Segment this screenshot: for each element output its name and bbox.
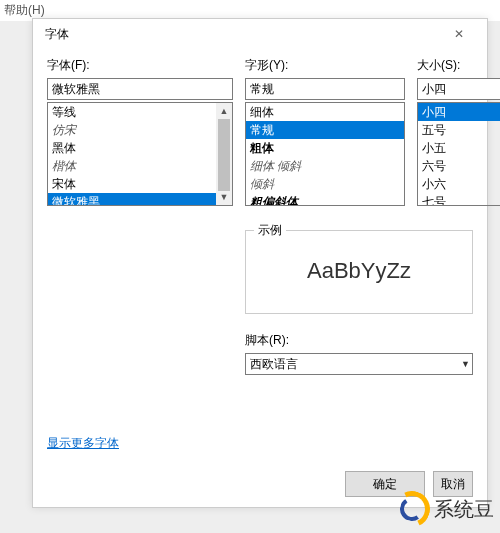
size-item[interactable]: 小五 <box>418 139 500 157</box>
style-item[interactable]: 细体 <box>246 103 404 121</box>
dialog-title: 字体 <box>45 26 69 43</box>
scroll-down-icon[interactable]: ▼ <box>216 189 232 205</box>
style-listbox[interactable]: 细体 常规 粗体 细体 倾斜 倾斜 粗偏斜体 <box>245 102 405 206</box>
size-input[interactable] <box>417 78 500 100</box>
style-item-selected[interactable]: 常规 <box>246 121 404 139</box>
script-combo[interactable]: 西欧语言 ▼ <box>245 353 473 375</box>
size-item[interactable]: 七号 <box>418 193 500 205</box>
font-input[interactable] <box>47 78 233 100</box>
size-item[interactable]: 小六 <box>418 175 500 193</box>
font-dialog: 字体 ✕ 字体(F): 等线 仿宋 黑体 楷体 宋体 微软雅黑 新宋体 <box>32 18 488 508</box>
style-item[interactable]: 粗体 <box>246 139 404 157</box>
sample-legend: 示例 <box>254 222 286 239</box>
font-item[interactable]: 等线 <box>48 103 216 121</box>
watermark-text: 系统豆 <box>434 496 494 523</box>
size-label: 大小(S): <box>417 57 500 74</box>
font-item[interactable]: 楷体 <box>48 157 216 175</box>
scroll-up-icon[interactable]: ▲ <box>216 103 232 119</box>
close-icon: ✕ <box>454 27 464 41</box>
style-input[interactable] <box>245 78 405 100</box>
font-list-scrollbar[interactable]: ▲ ▼ <box>216 103 232 205</box>
top-row: 字体(F): 等线 仿宋 黑体 楷体 宋体 微软雅黑 新宋体 ▲ <box>47 57 473 206</box>
help-menu[interactable]: 帮助(H) <box>4 3 45 17</box>
size-item[interactable]: 五号 <box>418 121 500 139</box>
script-value: 西欧语言 <box>250 356 298 373</box>
watermark: 系统豆 <box>394 491 494 527</box>
more-fonts-link[interactable]: 显示更多字体 <box>47 435 119 452</box>
size-item-selected[interactable]: 小四 <box>418 103 500 121</box>
chevron-down-icon: ▼ <box>461 359 470 369</box>
sample-text: AaBbYyZz <box>258 243 460 299</box>
size-column: 大小(S): 小四 五号 小五 六号 小六 七号 八号 ▲ <box>417 57 500 206</box>
watermark-logo-icon <box>394 491 430 527</box>
script-row: 脚本(R): 西欧语言 ▼ <box>245 332 473 375</box>
size-item[interactable]: 六号 <box>418 157 500 175</box>
font-column: 字体(F): 等线 仿宋 黑体 楷体 宋体 微软雅黑 新宋体 ▲ <box>47 57 233 206</box>
size-listbox[interactable]: 小四 五号 小五 六号 小六 七号 八号 ▲ ▼ <box>417 102 500 206</box>
close-button[interactable]: ✕ <box>439 20 479 48</box>
dialog-body: 字体(F): 等线 仿宋 黑体 楷体 宋体 微软雅黑 新宋体 ▲ <box>33 49 487 452</box>
style-label: 字形(Y): <box>245 57 405 74</box>
style-item[interactable]: 细体 倾斜 <box>246 157 404 175</box>
scroll-thumb[interactable] <box>218 119 230 191</box>
font-label: 字体(F): <box>47 57 233 74</box>
font-item[interactable]: 宋体 <box>48 175 216 193</box>
sample-groupbox: 示例 AaBbYyZz <box>245 230 473 314</box>
style-item[interactable]: 粗偏斜体 <box>246 193 404 205</box>
script-label: 脚本(R): <box>245 332 473 349</box>
style-column: 字形(Y): 细体 常规 粗体 细体 倾斜 倾斜 粗偏斜体 <box>245 57 405 206</box>
titlebar: 字体 ✕ <box>33 19 487 49</box>
font-item[interactable]: 黑体 <box>48 139 216 157</box>
font-listbox[interactable]: 等线 仿宋 黑体 楷体 宋体 微软雅黑 新宋体 ▲ ▼ <box>47 102 233 206</box>
font-item[interactable]: 仿宋 <box>48 121 216 139</box>
style-item[interactable]: 倾斜 <box>246 175 404 193</box>
font-item-selected[interactable]: 微软雅黑 <box>48 193 216 205</box>
